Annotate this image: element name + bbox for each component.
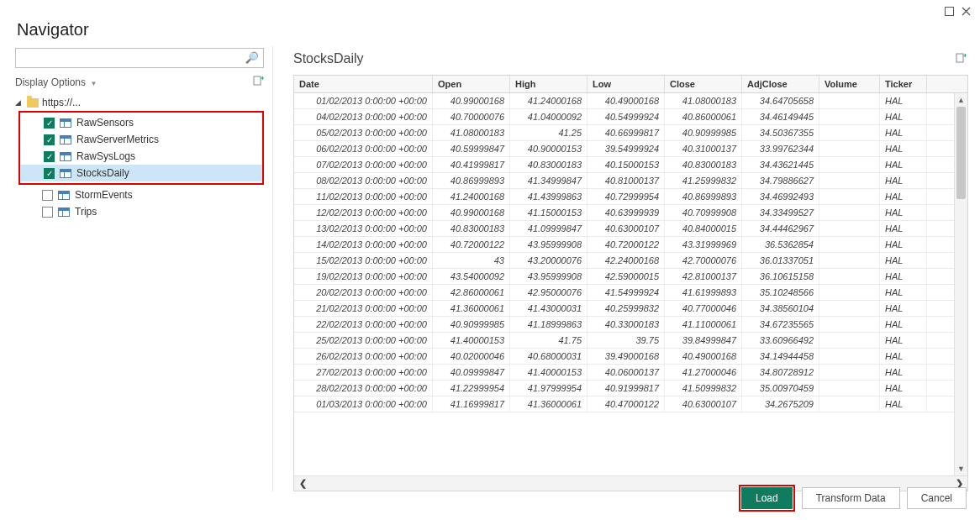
cell-open: 41.16999817 (433, 397, 510, 412)
table-row[interactable]: 13/02/2013 0:00:00 +00:0040.8300018341.0… (294, 221, 954, 237)
table-row[interactable]: 05/02/2013 0:00:00 +00:0041.0800018341.2… (294, 125, 954, 141)
table-row[interactable]: 14/02/2013 0:00:00 +00:0040.7200012243.9… (294, 237, 954, 253)
cell-date: 26/02/2013 0:00:00 +00:00 (294, 349, 433, 364)
cell-high: 42.95000076 (510, 285, 587, 300)
cell-adj: 34.50367355 (742, 125, 819, 140)
tree-item-label: StormEvents (75, 189, 133, 201)
table-row[interactable]: 04/02/2013 0:00:00 +00:0040.7000007641.0… (294, 109, 954, 125)
cell-adj: 34.64705658 (742, 93, 819, 108)
cell-date: 01/02/2013 0:00:00 +00:00 (294, 93, 433, 108)
scroll-up-arrow[interactable]: ▲ (955, 93, 967, 107)
load-button[interactable]: Load (741, 487, 793, 509)
table-row[interactable]: 19/02/2013 0:00:00 +00:0043.5400009243.9… (294, 269, 954, 285)
table-row[interactable]: 20/02/2013 0:00:00 +00:0042.8600006142.9… (294, 285, 954, 301)
table-row[interactable]: 12/02/2013 0:00:00 +00:0040.9900016841.1… (294, 205, 954, 221)
footer-buttons: Load Transform Data Cancel (739, 485, 967, 512)
column-header-open[interactable]: Open (433, 76, 510, 92)
cell-adj: 36.10615158 (742, 269, 819, 284)
table-row[interactable]: 15/02/2013 0:00:00 +00:004343.2000007642… (294, 253, 954, 269)
scroll-left-arrow[interactable]: ❮ (294, 476, 311, 491)
cell-ticker: HAL (880, 381, 927, 396)
checkbox[interactable]: ✓ (44, 134, 55, 145)
cell-open: 41.08000183 (433, 125, 510, 140)
cell-ticker: HAL (880, 285, 927, 300)
cell-vol (819, 269, 880, 284)
column-header-close[interactable]: Close (665, 76, 742, 92)
cell-high: 41.09999847 (510, 221, 587, 236)
tree-item-rawservermetrics[interactable]: ✓RawServerMetrics (20, 131, 262, 148)
cell-adj: 34.2675209 (742, 397, 819, 412)
column-header-ticker[interactable]: Ticker (880, 76, 927, 92)
checkbox[interactable]: ✓ (44, 151, 55, 162)
refresh-icon[interactable] (252, 75, 264, 89)
cell-date: 15/02/2013 0:00:00 +00:00 (294, 253, 433, 268)
table-row[interactable]: 28/02/2013 0:00:00 +00:0041.2299995441.9… (294, 381, 954, 397)
table-row[interactable]: 25/02/2013 0:00:00 +00:0041.4000015341.7… (294, 333, 954, 349)
scrollbar-thumb[interactable] (956, 107, 966, 199)
cell-close: 41.25999832 (665, 173, 742, 188)
checkbox[interactable] (42, 207, 53, 218)
table-row[interactable]: 27/02/2013 0:00:00 +00:0040.0999984741.4… (294, 365, 954, 381)
search-input[interactable] (15, 48, 264, 68)
cell-date: 22/02/2013 0:00:00 +00:00 (294, 317, 433, 332)
cell-date: 06/02/2013 0:00:00 +00:00 (294, 141, 433, 156)
table-row[interactable]: 21/02/2013 0:00:00 +00:0041.3600006141.4… (294, 301, 954, 317)
cell-adj: 34.14944458 (742, 349, 819, 364)
tree-root-node[interactable]: ◢ https://... (15, 94, 264, 111)
table-row[interactable]: 07/02/2013 0:00:00 +00:0040.4199981740.8… (294, 157, 954, 173)
tree-item-rawsensors[interactable]: ✓RawSensors (20, 114, 262, 131)
table-icon (60, 152, 71, 161)
cell-ticker: HAL (880, 141, 927, 156)
cell-open: 40.70000076 (433, 109, 510, 124)
titlebar (0, 0, 980, 17)
table-row[interactable]: 01/03/2013 0:00:00 +00:0041.1699981741.3… (294, 397, 954, 412)
transform-data-button[interactable]: Transform Data (802, 487, 900, 509)
cell-close: 42.70000076 (665, 253, 742, 268)
cell-ticker: HAL (880, 173, 927, 188)
table-row[interactable]: 01/02/2013 0:00:00 +00:0040.9900016841.2… (294, 93, 954, 109)
vertical-scrollbar[interactable]: ▲ ▼ (954, 93, 967, 475)
cell-open: 40.99000168 (433, 93, 510, 108)
tree-item-trips[interactable]: Trips (18, 203, 264, 220)
scroll-down-arrow[interactable]: ▼ (955, 462, 967, 475)
table-icon (60, 118, 71, 128)
tree-item-stocksdaily[interactable]: ✓StocksDaily (20, 165, 262, 181)
display-options-dropdown[interactable]: Display Options ▼ (15, 76, 97, 88)
tree-root-label: https://... (42, 97, 81, 108)
cell-close: 40.83000183 (665, 157, 742, 172)
column-header-adjclose[interactable]: AdjClose (742, 76, 819, 92)
cell-open: 40.59999847 (433, 141, 510, 156)
checkbox[interactable]: ✓ (44, 168, 55, 179)
cell-date: 01/03/2013 0:00:00 +00:00 (294, 397, 433, 412)
table-row[interactable]: 22/02/2013 0:00:00 +00:0040.9099998541.1… (294, 317, 954, 333)
cell-close: 41.61999893 (665, 285, 742, 300)
cell-close: 41.50999832 (665, 381, 742, 396)
table-row[interactable]: 08/02/2013 0:00:00 +00:0040.8699989341.3… (294, 173, 954, 189)
tree-item-rawsyslogs[interactable]: ✓RawSysLogs (20, 148, 262, 165)
search-icon[interactable]: 🔍 (245, 51, 259, 64)
cell-vol (819, 237, 880, 252)
cell-ticker: HAL (880, 125, 927, 140)
column-header-high[interactable]: High (510, 76, 587, 92)
checkbox[interactable] (42, 190, 53, 201)
cell-date: 05/02/2013 0:00:00 +00:00 (294, 125, 433, 140)
cell-low: 40.15000153 (587, 157, 665, 172)
cell-date: 08/02/2013 0:00:00 +00:00 (294, 173, 433, 188)
close-icon[interactable] (960, 5, 972, 17)
tree-item-label: RawSensors (76, 117, 134, 129)
cell-high: 40.68000031 (510, 349, 587, 364)
maximize-icon[interactable] (943, 5, 955, 17)
cell-ticker: HAL (880, 253, 927, 268)
checkbox[interactable]: ✓ (44, 118, 55, 129)
preview-refresh-icon[interactable] (955, 52, 967, 66)
cancel-button[interactable]: Cancel (907, 487, 967, 509)
column-header-low[interactable]: Low (587, 76, 665, 92)
table-row[interactable]: 26/02/2013 0:00:00 +00:0040.0200004640.6… (294, 349, 954, 365)
data-grid: DateOpenHighLowCloseAdjCloseVolumeTicker… (293, 75, 968, 491)
column-header-date[interactable]: Date (294, 76, 433, 92)
table-row[interactable]: 11/02/2013 0:00:00 +00:0041.2400016841.4… (294, 189, 954, 205)
column-header-volume[interactable]: Volume (819, 76, 880, 92)
table-row[interactable]: 06/02/2013 0:00:00 +00:0040.5999984740.9… (294, 141, 954, 157)
cell-adj: 35.00970459 (742, 381, 819, 396)
tree-item-stormevents[interactable]: StormEvents (18, 186, 264, 203)
